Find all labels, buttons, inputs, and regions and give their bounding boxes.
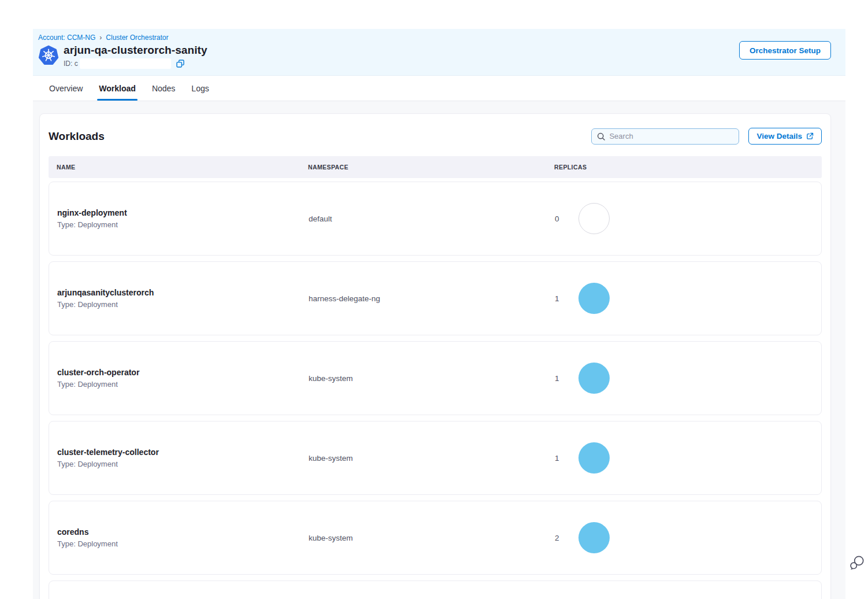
workload-type: Type: Deployment [57,300,309,309]
workloads-card: Workloads View Details [39,113,831,599]
workload-name-cell: nginx-deployment Type: Deployment [57,208,309,229]
table-row[interactable]: cluster-orch-operator Type: Deployment k… [49,341,822,415]
workload-replicas-cell: 2 [555,522,813,553]
cluster-header: Account: CCM-NG › Cluster Orchestrator [33,29,845,76]
workload-namespace: harness-delegate-ng [309,294,555,303]
replica-status-circle [578,363,610,394]
table-header: NAME NAMESPACE REPLICAS [49,156,822,178]
replica-count: 2 [555,534,560,542]
workload-replicas-cell: 0 [555,203,813,234]
cluster-id-partial: c [75,60,78,68]
workload-name: arjunqasanityclusterorch [57,288,309,297]
breadcrumb-account-link[interactable]: Account: CCM-NG [38,34,95,42]
view-details-label: View Details [756,132,802,140]
body-area: Workloads View Details [33,101,845,599]
replica-status-circle [578,442,610,474]
replica-count: 1 [555,374,560,383]
column-header-name: NAME [57,164,308,171]
replica-count: 0 [555,215,560,223]
cluster-id-label: ID: [64,60,72,68]
workload-type: Type: Deployment [57,460,309,468]
tab-overview[interactable]: Overview [48,76,84,101]
workload-replicas-cell: 1 [555,363,813,394]
workload-namespace: kube-system [309,534,555,542]
workload-name: cluster-orch-operator [57,368,309,377]
workload-name-cell: cluster-telemetry-collector Type: Deploy… [57,448,309,468]
kubernetes-icon [38,45,59,66]
workload-name-cell: coredns Type: Deployment [57,527,309,548]
table-row[interactable]: coredns Type: Deployment kube-system 2 [49,501,822,575]
workload-name: cluster-telemetry-collector [57,448,309,457]
chat-help-icon[interactable] [848,554,866,571]
table-row[interactable]: cluster-telemetry-collector Type: Deploy… [49,421,822,495]
column-header-namespace: NAMESPACE [308,164,554,171]
tab-bar: Overview Workload Nodes Logs [33,76,845,101]
search-input[interactable] [609,132,733,140]
table-row-partial[interactable] [49,580,822,599]
search-icon [597,132,605,140]
tab-nodes[interactable]: Nodes [151,76,176,101]
replica-count: 1 [555,294,560,303]
copy-icon[interactable] [176,60,184,68]
page-title: arjun-qa-clusterorch-sanity [64,44,207,57]
external-link-icon [806,132,814,140]
orchestrator-setup-button[interactable]: Orchestrator Setup [739,41,831,60]
replica-status-circle [578,283,610,314]
page-container: Account: CCM-NG › Cluster Orchestrator [33,29,845,599]
workloads-title: Workloads [49,130,105,143]
search-box[interactable] [591,128,739,145]
breadcrumb-separator-icon: › [99,34,102,42]
workload-name-cell: arjunqasanityclusterorch Type: Deploymen… [57,288,309,309]
breadcrumb-section-link[interactable]: Cluster Orchestrator [106,34,168,42]
view-details-button[interactable]: View Details [748,128,822,145]
workload-name-cell: cluster-orch-operator Type: Deployment [57,368,309,389]
replica-status-circle [578,522,610,553]
table-row[interactable]: nginx-deployment Type: Deployment defaul… [49,182,822,256]
workload-type: Type: Deployment [57,380,309,389]
replica-status-circle [578,203,610,234]
workload-replicas-cell: 1 [555,283,813,314]
breadcrumb: Account: CCM-NG › Cluster Orchestrator [38,34,831,42]
replica-count: 1 [555,454,560,463]
workload-replicas-cell: 1 [555,442,813,474]
workload-type: Type: Deployment [57,539,309,548]
workload-name: coredns [57,527,309,537]
tab-logs[interactable]: Logs [190,76,210,101]
tab-workload[interactable]: Workload [98,76,137,101]
column-header-replicas: REPLICAS [554,164,814,171]
workload-namespace: kube-system [309,454,555,463]
table-row[interactable]: arjunqasanityclusterorch Type: Deploymen… [49,261,822,335]
workload-rows: nginx-deployment Type: Deployment defaul… [49,182,822,575]
workload-name: nginx-deployment [57,208,309,217]
workload-namespace: default [309,215,555,223]
workload-namespace: kube-system [309,374,555,383]
cluster-id-redacted-value [80,58,171,69]
workload-type: Type: Deployment [57,220,309,229]
